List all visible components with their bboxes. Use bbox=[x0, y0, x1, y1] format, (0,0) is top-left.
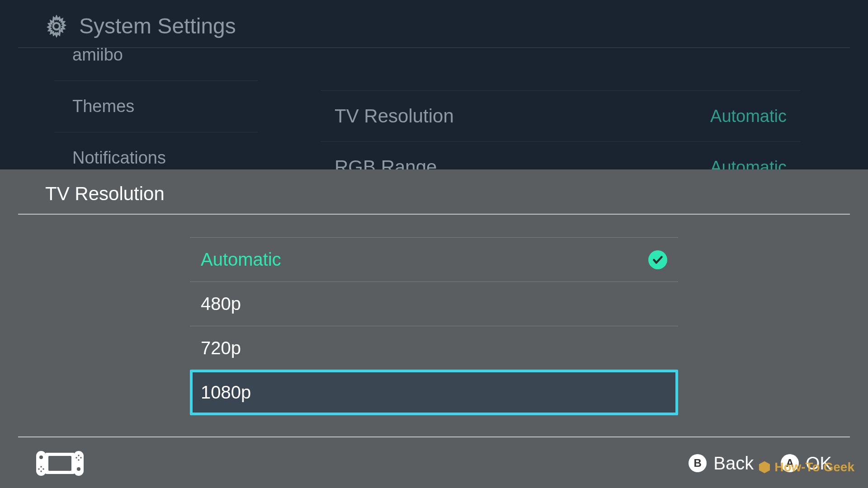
sidebar-item-amiibo[interactable]: amiibo bbox=[54, 45, 258, 81]
console-icon bbox=[36, 451, 84, 476]
footer: B Back A OK bbox=[0, 438, 868, 488]
setting-value: Automatic bbox=[710, 107, 787, 126]
button-label: Back bbox=[713, 453, 754, 474]
option-480p[interactable]: 480p bbox=[190, 282, 678, 326]
watermark-text: How-To Geek bbox=[774, 460, 854, 474]
divider bbox=[18, 436, 850, 437]
svg-point-5 bbox=[39, 455, 43, 459]
watermark: How-To Geek bbox=[757, 460, 854, 474]
page-title: System Settings bbox=[79, 14, 236, 38]
svg-rect-1 bbox=[36, 451, 46, 476]
svg-point-9 bbox=[42, 468, 44, 469]
option-label: Automatic bbox=[201, 249, 281, 270]
modal-tv-resolution: TV Resolution Automatic 480p 720p 1080p bbox=[0, 169, 868, 488]
option-720p[interactable]: 720p bbox=[190, 326, 678, 370]
back-button[interactable]: B Back bbox=[689, 453, 754, 474]
svg-point-10 bbox=[40, 470, 42, 472]
checkmark-icon bbox=[648, 250, 667, 269]
option-label: 1080p bbox=[201, 382, 251, 403]
b-button-icon: B bbox=[689, 454, 707, 472]
svg-point-7 bbox=[40, 466, 42, 467]
svg-point-11 bbox=[78, 455, 79, 456]
svg-point-12 bbox=[75, 457, 77, 458]
option-label: 720p bbox=[201, 338, 241, 358]
option-1080p[interactable]: 1080p bbox=[190, 370, 678, 415]
svg-point-6 bbox=[77, 467, 80, 471]
svg-point-0 bbox=[53, 23, 60, 29]
setting-row-tv-resolution[interactable]: TV Resolution Automatic bbox=[321, 90, 800, 142]
sidebar: amiibo Themes Notifications bbox=[54, 45, 258, 184]
option-automatic[interactable]: Automatic bbox=[190, 237, 678, 282]
option-label: 480p bbox=[201, 294, 241, 314]
svg-point-8 bbox=[38, 468, 39, 469]
hexagon-icon bbox=[757, 460, 772, 474]
sidebar-item-themes[interactable]: Themes bbox=[54, 81, 258, 132]
svg-rect-4 bbox=[48, 456, 71, 471]
gear-icon bbox=[45, 15, 68, 38]
header: System Settings bbox=[0, 0, 868, 47]
svg-rect-2 bbox=[74, 451, 84, 476]
setting-label: TV Resolution bbox=[335, 105, 454, 127]
divider bbox=[18, 214, 850, 215]
modal-options: Automatic 480p 720p 1080p bbox=[190, 237, 678, 415]
modal-title: TV Resolution bbox=[0, 169, 868, 214]
svg-point-14 bbox=[78, 459, 79, 460]
svg-point-13 bbox=[80, 457, 81, 458]
